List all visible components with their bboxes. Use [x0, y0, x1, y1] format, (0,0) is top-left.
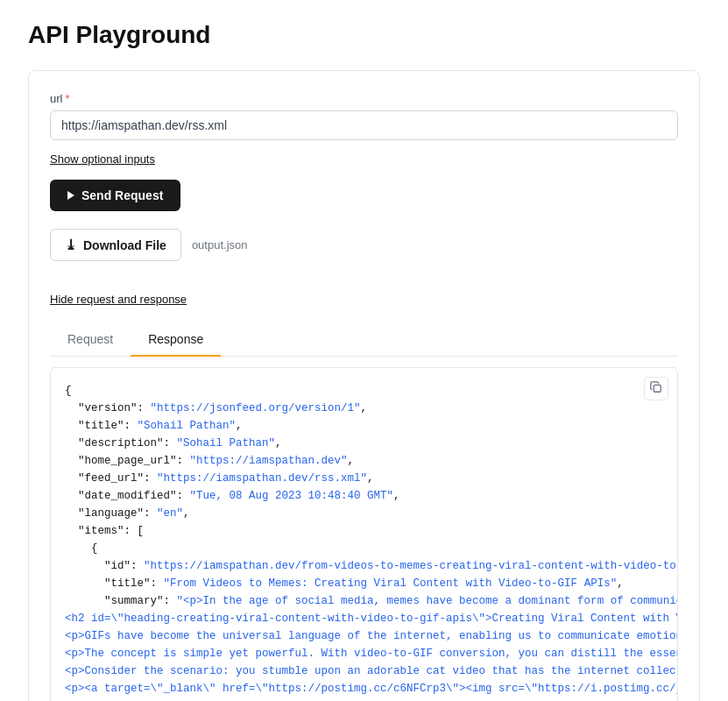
url-label: url *	[50, 92, 678, 105]
json-home-page-url: "home_page_url": "https://iamspathan.dev…	[65, 452, 663, 470]
json-language: "language": "en",	[65, 505, 663, 522]
json-item-open: {	[65, 540, 663, 557]
copy-button[interactable]	[644, 377, 668, 400]
hide-request-response-button[interactable]: Hide request and response	[50, 293, 187, 306]
json-title: "title": "Sohail Pathan",	[65, 417, 663, 435]
json-item-title: "title": "From Videos to Memes: Creating…	[65, 575, 663, 592]
api-playground-card: url * Show optional inputs Send Request …	[28, 70, 700, 701]
download-row: ⤓ Download File output.json	[50, 229, 678, 261]
json-body-4: <p>Consider the scenario: you stumble up…	[65, 662, 663, 680]
send-request-button[interactable]: Send Request	[50, 180, 180, 211]
json-body-5: <p><a target=\"_blank\" href=\"https://p…	[65, 680, 663, 697]
json-open-brace: {	[65, 382, 663, 400]
json-body-1: <h2 id=\"heading-creating-viral-content-…	[65, 610, 663, 627]
play-icon	[67, 191, 74, 200]
tabs-container: Request Response	[50, 323, 678, 357]
url-field-group: url *	[50, 92, 678, 140]
show-optional-inputs-button[interactable]: Show optional inputs	[50, 152, 155, 166]
json-feed-url: "feed_url": "https://iamspathan.dev/rss.…	[65, 470, 663, 487]
json-description: "description": "Sohail Pathan",	[65, 435, 663, 452]
json-viewer: { "version": "https://jsonfeed.org/versi…	[50, 367, 678, 701]
download-icon: ⤓	[65, 237, 76, 253]
json-version: "version": "https://jsonfeed.org/version…	[65, 400, 663, 417]
svg-rect-0	[654, 385, 661, 392]
json-body-3: <p>The concept is simple yet powerful. W…	[65, 645, 663, 662]
download-file-button[interactable]: ⤓ Download File	[50, 229, 181, 261]
json-summary: "summary": "<p>In the age of social medi…	[65, 592, 663, 610]
required-indicator: *	[65, 92, 69, 105]
url-input[interactable]	[50, 110, 678, 140]
json-item-id: "id": "https://iamspathan.dev/from-video…	[65, 557, 663, 575]
tab-request[interactable]: Request	[50, 323, 131, 357]
tab-response[interactable]: Response	[131, 323, 221, 357]
json-items-key: "items": [	[65, 522, 663, 540]
json-body-2: <p>GIFs have become the universal langua…	[65, 627, 663, 645]
output-filename: output.json	[192, 238, 248, 251]
page-title: API Playground	[28, 21, 700, 49]
json-body-6: <p><em>Case in point, a viral cat GIF!</…	[65, 697, 663, 701]
json-date-modified: "date_modified": "Tue, 08 Aug 2023 10:48…	[65, 487, 663, 505]
